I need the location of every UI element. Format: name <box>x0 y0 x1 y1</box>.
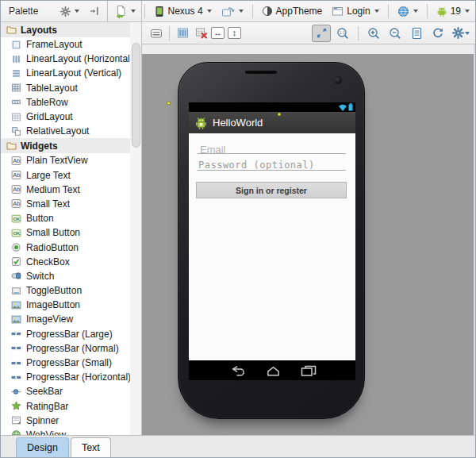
grid-icon <box>10 111 21 122</box>
ok-icon: OK <box>10 227 21 238</box>
home-icon[interactable] <box>265 365 282 376</box>
palette-item[interactable]: CheckBox <box>1 255 130 269</box>
palette-item[interactable]: SeekBar <box>1 384 130 398</box>
web-icon <box>10 429 21 435</box>
toolbar-separator <box>252 4 253 18</box>
palette-item[interactable]: ProgressBar (Small) <box>1 356 130 370</box>
zoom-fit-icon <box>316 27 328 39</box>
activity-selector[interactable]: Login <box>328 4 382 18</box>
palette-item[interactable]: FrameLayout <box>1 37 130 52</box>
palette-hide-button[interactable] <box>88 6 101 17</box>
palette-settings-button[interactable] <box>59 6 81 17</box>
theme-selector[interactable]: AppTheme <box>258 4 327 18</box>
list-options-icon <box>150 27 163 40</box>
sign-in-button[interactable]: Sign in or register <box>196 182 347 198</box>
columns-mode-button[interactable] <box>173 25 192 42</box>
lint-marker-icon[interactable] <box>278 113 281 116</box>
palette-scrollbar[interactable] <box>130 22 141 435</box>
zoom-in-icon <box>367 27 381 40</box>
progress-icon <box>10 357 21 368</box>
palette-item[interactable]: ImageButton <box>1 298 130 312</box>
table_row-icon <box>10 97 21 108</box>
palette-title: Palette <box>9 6 38 17</box>
palette-item[interactable]: ProgressBar (Normal) <box>1 341 130 356</box>
frame-icon <box>10 39 21 50</box>
palette-item[interactable]: ToggleButton <box>1 283 130 298</box>
relative-icon <box>10 125 21 137</box>
palette-item[interactable]: AbLarge Text <box>1 168 130 183</box>
svg-text:OK: OK <box>13 231 21 236</box>
back-icon[interactable] <box>228 365 246 376</box>
recents-icon[interactable] <box>301 365 317 376</box>
palette-item[interactable]: RatingBar <box>1 399 130 414</box>
device-screen[interactable]: HelloWorld Email Password (optional) Sig… <box>189 102 355 380</box>
palette-item[interactable]: AbSmall Text <box>1 197 130 211</box>
ab-icon: Ab <box>10 184 21 195</box>
zoom-in-button[interactable] <box>364 25 383 42</box>
palette-item[interactable]: Spinner <box>1 414 130 428</box>
palette-item[interactable]: LinearLayout (Horizontal) <box>1 52 130 66</box>
design-canvas[interactable]: HelloWorld Email Password (optional) Sig… <box>142 44 476 435</box>
palette-item[interactable]: OKButton <box>1 211 130 225</box>
palette-item[interactable]: OKSmall Button <box>1 225 130 240</box>
configuration-file-button[interactable] <box>111 3 140 19</box>
palette-item[interactable]: ImageView <box>1 312 130 326</box>
palette-item[interactable]: ProgressBar (Large) <box>1 327 130 341</box>
folder-icon <box>6 25 17 36</box>
zoom-one-to-one-icon: 1:1 <box>336 27 350 40</box>
palette-section-layouts[interactable]: Layouts <box>1 22 130 37</box>
ab-icon: Ab <box>10 198 21 210</box>
preview-settings-file-button[interactable] <box>407 25 426 42</box>
palette-item[interactable]: TableRow <box>1 95 130 110</box>
locale-selector[interactable] <box>393 4 422 19</box>
toolbar-separator <box>358 26 359 40</box>
show-options-button[interactable] <box>147 25 166 42</box>
progress-icon <box>10 371 21 383</box>
layout-file-icon <box>115 5 127 17</box>
check-icon <box>10 256 21 267</box>
palette-item[interactable]: RelativeLayout <box>1 124 130 138</box>
spinner-icon <box>10 415 21 426</box>
theme-icon <box>262 6 273 17</box>
table-icon <box>10 83 21 94</box>
linear_v-icon <box>10 67 21 79</box>
chevron-down-icon <box>465 32 470 35</box>
height-arrow-icon: ↕ <box>232 29 237 37</box>
match-height-button[interactable]: ↕ <box>228 27 241 39</box>
chevron-down-icon <box>75 10 79 13</box>
match-width-button[interactable]: ↔ <box>211 27 225 39</box>
android-studio-designer: Palette Nexus 4 <box>0 0 476 458</box>
toolbar-separator <box>169 26 170 40</box>
password-field[interactable]: Password (optional) <box>198 160 315 171</box>
refresh-button[interactable] <box>428 25 447 42</box>
palette-item[interactable]: RadioButton <box>1 240 130 254</box>
lint-marker-icon[interactable] <box>167 102 171 105</box>
svg-text:Ab: Ab <box>13 157 20 164</box>
tab-text[interactable]: Text <box>71 437 111 457</box>
palette-item[interactable]: TableLayout <box>1 81 130 95</box>
linear_h-icon <box>10 53 21 64</box>
palette-section-widgets[interactable]: Widgets <box>1 138 130 153</box>
columns-icon <box>177 27 189 39</box>
palette-item[interactable]: AbPlain TextView <box>1 153 130 167</box>
width-arrow-icon: ↔ <box>213 29 222 37</box>
device-selector[interactable]: Nexus 4 <box>150 4 216 19</box>
tab-design[interactable]: Design <box>16 437 69 457</box>
palette-item[interactable]: WebView <box>1 428 130 435</box>
api-level-selector[interactable]: 19 <box>432 4 474 19</box>
dock-pin-icon <box>90 6 99 16</box>
palette-item[interactable]: GridLayout <box>1 110 130 124</box>
zoom-actual-size-button[interactable]: 1:1 <box>333 25 352 42</box>
zoom-to-fit-button[interactable] <box>312 25 331 42</box>
palette-item[interactable]: Switch <box>1 269 130 283</box>
orientation-selector[interactable] <box>217 4 248 19</box>
palette-item[interactable]: AbMedium Text <box>1 183 130 197</box>
theme-selector-label: AppTheme <box>276 6 323 17</box>
scrollbar-thumb[interactable] <box>132 43 140 148</box>
palette-item[interactable]: ProgressBar (Horizontal) <box>1 370 130 384</box>
chevron-down-icon <box>374 10 379 13</box>
delete-constraints-button[interactable] <box>192 25 211 42</box>
palette-item[interactable]: LinearLayout (Vertical) <box>1 66 130 80</box>
zoom-out-button[interactable] <box>386 25 405 42</box>
designer-settings-button[interactable] <box>450 25 472 42</box>
